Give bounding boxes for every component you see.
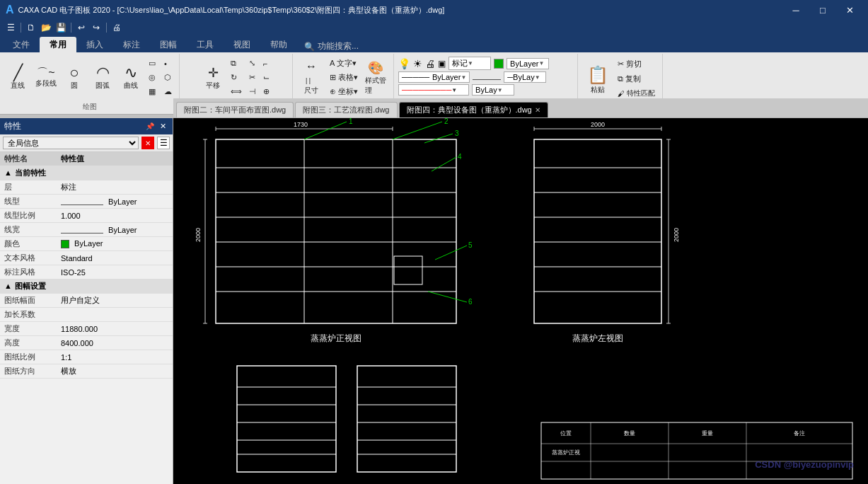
copy-icon: ⧉ (231, 59, 236, 68)
title-left: A CAXA CAD 电子图板 2020 - [C:\Users\liao_\A… (6, 4, 444, 16)
copy-mod-button[interactable]: ⧉ (228, 57, 245, 70)
dim-2000-top: 2000 (591, 121, 605, 128)
polyline-button[interactable]: ⌒~ 多段线 (33, 57, 59, 99)
props-close-button[interactable]: ✕ (157, 121, 168, 132)
circle-button[interactable]: ○ 圆 (61, 57, 88, 99)
rotate-icon: ↻ (231, 73, 237, 82)
maximize-button[interactable]: □ (810, 2, 835, 18)
move-icon: ✛ (208, 65, 219, 81)
text-button[interactable]: A 文字▾ (327, 57, 361, 70)
props-row-linetype: 线型 ByLayer (0, 195, 173, 209)
bylayer-dropdown[interactable]: ByLayer▼ (507, 58, 549, 69)
tb-col4: 备注 (794, 430, 805, 437)
rotate-button[interactable]: ↻ (228, 71, 245, 84)
curve-button[interactable]: ∿ 曲线 (117, 57, 144, 99)
dim-icon: ↔| | (306, 60, 317, 86)
annotation-4: 4 (458, 153, 462, 161)
print-button[interactable]: 🖨 (110, 21, 123, 34)
table-button[interactable]: ⊞ 表格▾ (327, 71, 361, 84)
close-button[interactable]: ✕ (837, 2, 862, 18)
curve-icon: ∿ (125, 65, 137, 81)
tab-annotation[interactable]: 标注 (113, 37, 150, 52)
props-col-header: 特性名 特性值 (0, 152, 173, 166)
copy-button[interactable]: ⧉ 复制 (615, 71, 658, 86)
line-icon: ╱ (13, 65, 23, 81)
chamfer-button[interactable]: ⌙ (260, 71, 272, 84)
feature-search[interactable]: 🔍 功能搜索... (297, 40, 868, 52)
props-row-height: 高度 8400.000 (0, 336, 173, 350)
linewidth-dropdown[interactable]: ─ByLay▼ (504, 71, 546, 83)
quick-access-toolbar: ☰ 🗋 📂 💾 ↩ ↪ 🖨 (0, 20, 868, 35)
extend-button[interactable]: ⊣ (246, 85, 259, 98)
text-icon: A 文字▾ (330, 58, 357, 69)
props-filter-btn1[interactable]: ✕ (141, 137, 154, 149)
new-button[interactable]: 🗋 (25, 21, 37, 34)
curve-label: 曲线 (124, 81, 138, 91)
bylayer2-dropdown[interactable]: ByLay▼ (472, 84, 514, 96)
paste-button[interactable]: 📋 粘贴 (582, 57, 613, 103)
line-button[interactable]: ╱ 直线 (4, 57, 31, 99)
doc-tab-3[interactable]: 附图四：典型设备图（重蒸炉）.dwg ✕ (399, 102, 548, 117)
style-mgr-button[interactable]: 🎨 样式管理 (362, 57, 389, 99)
doc-tab-2[interactable]: 附图三：工艺流程图.dwg (295, 102, 397, 117)
section-drawing-header[interactable]: ▲图幅设置 (0, 280, 173, 294)
color-dd-arrow: ▼ (451, 87, 457, 93)
tab-tools[interactable]: 工具 (187, 37, 224, 52)
doc-tab-1[interactable]: 附图二：车间平面布置图.dwg (176, 102, 294, 117)
layer-dropdown[interactable]: ─────ByLayer▼ (398, 71, 470, 83)
polygon-button[interactable]: ⬡ (161, 71, 175, 84)
scale-button[interactable]: ⤡ (246, 57, 259, 70)
redo-button[interactable]: ↪ (90, 21, 103, 34)
tab-common[interactable]: 常用 (40, 37, 76, 52)
linetype-preview (473, 74, 501, 80)
props-filter-btn2[interactable]: ☰ (157, 137, 170, 149)
props-filter-select[interactable]: 全局信息 (3, 137, 139, 149)
paste-icon: 📋 (587, 65, 608, 85)
point-button[interactable]: • (161, 57, 175, 70)
undo-button[interactable]: ↩ (75, 21, 88, 34)
tab-help[interactable]: 帮助 (260, 37, 297, 52)
mirror-button[interactable]: ⟺ (228, 85, 245, 98)
open-button[interactable]: 📂 (40, 21, 52, 34)
color-dropdown[interactable]: ─────────▼ (398, 84, 469, 96)
save-button[interactable]: 💾 (54, 21, 67, 34)
style-icon: 🎨 (368, 60, 383, 76)
cloud-button[interactable]: ☁ (161, 85, 175, 98)
tab-insert[interactable]: 插入 (76, 37, 113, 52)
tab-file[interactable]: 文件 (3, 37, 40, 52)
explode-button[interactable]: ⊕ (260, 85, 272, 98)
color-swatch (494, 59, 504, 69)
extend-icon: ⊣ (249, 87, 256, 96)
annotation-1: 1 (349, 118, 353, 125)
tab-view[interactable]: 视图 (224, 37, 260, 52)
doc-tab-2-label: 附图三：工艺流程图.dwg (303, 105, 389, 115)
ellipse-button[interactable]: ◎ (146, 71, 160, 84)
props-row-layer: 层 标注 (0, 180, 173, 195)
minimize-button[interactable]: ─ (783, 2, 809, 18)
rect-button[interactable]: ▭ (146, 57, 160, 70)
dim-label: 尺寸 (304, 86, 318, 96)
copy-label: 复制 (625, 74, 641, 84)
doc-tab-3-close[interactable]: ✕ (535, 106, 540, 114)
arc-icon: ◠ (96, 65, 110, 81)
cut-label: 剪切 (626, 59, 642, 69)
move-button[interactable]: ✛ 平移 (199, 57, 226, 99)
fillet-button[interactable]: ⌐ (260, 57, 272, 70)
section-current-header[interactable]: ▲当前特性 (0, 166, 173, 180)
props-row-textstyle: 文本风格 Standard (0, 251, 173, 265)
svg-rect-0 (173, 118, 868, 484)
hatch-button[interactable]: ▦ (146, 85, 160, 98)
tab-layout[interactable]: 图幅 (150, 37, 187, 52)
coord-icon: ⊕ 坐标▾ (330, 86, 358, 97)
cut-button[interactable]: ✂ 剪切 (615, 57, 658, 71)
coord-button[interactable]: ⊕ 坐标▾ (327, 85, 361, 98)
doc-tab-3-label: 附图四：典型设备图（重蒸炉）.dwg (407, 105, 532, 115)
mark-dropdown[interactable]: 标记▼ (449, 57, 491, 70)
dim-button[interactable]: ↔| | 尺寸 (297, 57, 325, 99)
menu-icon[interactable]: ☰ (4, 21, 17, 34)
cad-canvas[interactable]: 1730 2000 1 2 3 4 5 6 蒸蒸炉正视图 (173, 118, 868, 484)
style-label: 样式管理 (365, 76, 386, 96)
arc-button[interactable]: ◠ 圆弧 (89, 57, 116, 99)
trim-button[interactable]: ✂ (246, 71, 259, 84)
props-pin-button[interactable]: 📌 (144, 121, 156, 132)
